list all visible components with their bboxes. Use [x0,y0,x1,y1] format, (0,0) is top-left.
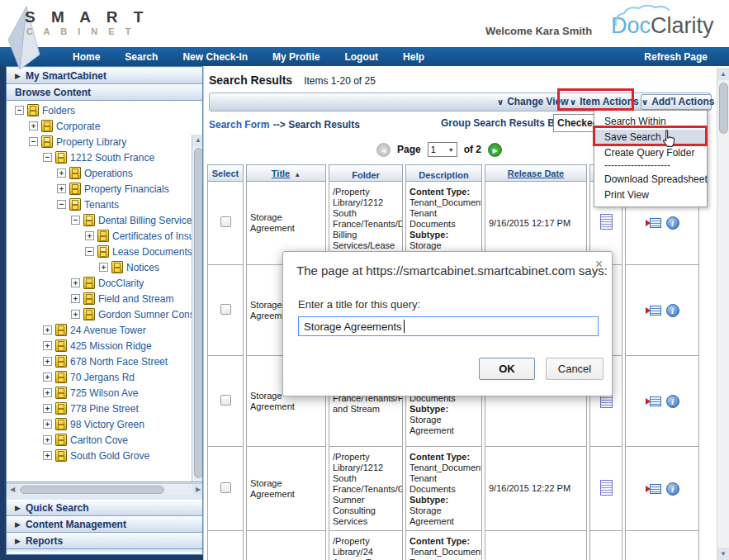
expand-icon[interactable]: + [43,357,52,366]
menu-item-search-within[interactable]: Search Within [594,114,707,130]
expand-icon[interactable]: + [71,294,80,303]
scroll-left-icon[interactable]: ◀ [7,484,18,495]
scroll-up-icon[interactable]: ▲ [717,68,729,80]
nav-item-my-profile[interactable]: My Profile [272,51,320,63]
sidebar-section-browse-content[interactable]: Browse Content [7,84,202,101]
tree-item-70-jergans-rd[interactable]: +70 Jergans Rd [7,369,192,385]
tree-item-label[interactable]: Corporate [56,121,100,132]
tree-item-certificates-of-insurance[interactable]: +Certificates of Insurance [7,228,192,244]
nav-item-logout[interactable]: Logout [344,51,378,63]
tree-item-label[interactable]: 24 Avenue Tower [70,325,146,336]
goto-item-icon[interactable] [646,484,661,494]
tree-item-property-library[interactable]: −Property Library [7,134,192,149]
tree-item-label[interactable]: Gordon Sumner Consulting [98,309,192,320]
nav-item-help[interactable]: Help [403,51,424,63]
tree-item-label[interactable]: Dental Billing Services [98,215,192,226]
nav-item-home[interactable]: Home [73,51,100,63]
tree-horizontal-scrollbar[interactable]: ◀ ▶ [7,483,203,495]
tree-item-label[interactable]: 98 Victory Green [70,419,144,430]
tree-item-678-north-face-street[interactable]: +678 North Face Street [7,354,192,369]
tree-item-24-avenue-tower[interactable]: +24 Avenue Tower [7,322,192,338]
tree-item-dental-billing-services[interactable]: −Dental Billing Services [7,212,192,228]
tree-item-label[interactable]: 725 Wilson Ave [70,387,139,399]
tree-item-label[interactable]: 1212 South France [70,152,154,164]
tree-item-label[interactable]: 425 Mission Ridge [70,340,152,352]
tree-item-425-mission-ridge[interactable]: +425 Mission Ridge [7,338,192,354]
nav-item-search[interactable]: Search [125,51,158,63]
breadcrumb-search-form-link[interactable]: Search Form [209,119,269,131]
expand-icon[interactable]: + [57,168,66,178]
page-number-select[interactable]: 1▼ [428,142,457,157]
column-header-label[interactable]: Release Date [508,168,565,178]
tree-item-field-and-stream[interactable]: +Field and Stream [7,291,192,306]
tree-item-label[interactable]: Property Financials [84,183,169,195]
row-checkbox[interactable] [220,216,231,227]
row-checkbox[interactable] [220,304,231,315]
tree-item-1212-south-france[interactable]: −1212 South France [7,149,192,165]
expand-icon[interactable]: + [71,278,80,287]
collapse-icon[interactable]: − [71,216,80,225]
tree-scrollbar-thumb[interactable] [194,148,203,478]
refresh-page-link[interactable]: Refresh Page [644,51,708,63]
collapse-icon[interactable]: − [15,106,24,115]
tree-item-label[interactable]: Field and Stream [98,293,173,305]
expand-icon[interactable]: + [43,341,52,350]
content-scrollbar-thumb[interactable] [719,83,728,134]
row-checkbox[interactable] [220,395,231,406]
tree-item-property-financials[interactable]: +Property Financials [7,181,192,197]
expand-icon[interactable]: + [43,435,52,444]
next-page-icon[interactable]: ▶ [488,143,502,157]
item-actions-dropdown[interactable]: ∨Item Actions [570,96,639,107]
tree-item-725-wilson-ave[interactable]: +725 Wilson Ave [7,385,192,401]
prev-page-icon[interactable]: ◀ [376,143,391,157]
sidebar-section-quick-search[interactable]: ▶Quick Search [7,500,203,516]
tree-item-carlton-cove[interactable]: +Carlton Cove [7,432,192,448]
tree-item-operations[interactable]: +Operations [7,165,192,181]
tree-item-folders[interactable]: −Folders [7,102,192,118]
info-icon[interactable]: i [666,395,679,408]
document-icon[interactable] [600,480,613,496]
query-title-input[interactable] [298,316,599,336]
expand-icon[interactable]: + [85,231,94,240]
info-icon[interactable]: i [666,216,679,230]
tree-item-778-pine-street[interactable]: +778 Pine Street [7,401,192,416]
menu-item-print-view[interactable]: Print View [594,187,707,203]
tree-item-label[interactable]: DocClarity [98,278,144,289]
tree-item-label[interactable]: Notices [126,262,159,273]
tree-item-label[interactable]: Tenants [84,199,119,211]
tree-item-label[interactable]: Operations [84,168,133,179]
cancel-button[interactable]: Cancel [546,358,604,380]
tree-item-label[interactable]: Certificates of Insurance [112,230,192,242]
collapse-icon[interactable]: − [29,137,38,146]
document-icon[interactable] [600,214,613,230]
addl-actions-dropdown[interactable]: ∨Add'l Actions [641,94,712,110]
collapse-icon[interactable]: − [85,247,94,256]
tree-item-label[interactable]: South Gold Grove [70,450,149,462]
expand-icon[interactable]: + [43,404,52,413]
tree-item-notices[interactable]: +Notices [7,259,192,275]
tree-item-label[interactable]: 70 Jergans Rd [70,372,135,383]
goto-item-icon[interactable] [646,306,661,316]
scroll-down-icon[interactable]: ▼ [717,548,729,560]
tree-item-south-gold-grove[interactable]: +South Gold Grove [7,448,192,463]
content-vertical-scrollbar[interactable]: ▲ ▼ [717,68,729,560]
expand-icon[interactable]: + [29,121,38,131]
tree-item-label[interactable]: Folders [42,105,75,116]
goto-item-icon[interactable] [646,218,661,228]
expand-icon[interactable]: + [57,184,66,193]
ok-button[interactable]: OK [479,358,535,380]
scroll-up-icon[interactable]: ▲ [192,135,203,146]
expand-icon[interactable]: + [71,310,80,319]
scroll-right-icon[interactable]: ▶ [192,484,203,495]
tree-item-label[interactable]: 778 Pine Street [70,403,139,415]
change-view-dropdown[interactable]: ∨Change View [497,96,569,107]
tree-item-label[interactable]: Carlton Cove [70,434,128,446]
expand-icon[interactable]: + [43,420,52,429]
sidebar-section-reports[interactable]: ▶Reports [7,533,203,549]
tree-item-corporate[interactable]: +Corporate [7,118,192,134]
info-icon[interactable]: i [666,482,679,496]
tree-item-docclarity[interactable]: +DocClarity [7,275,192,291]
tree-vertical-scrollbar[interactable]: ▲ ▼ [192,135,203,482]
tree-item-lease-documents[interactable]: −Lease Documents [7,244,192,259]
column-header-label[interactable]: Title [272,168,290,178]
